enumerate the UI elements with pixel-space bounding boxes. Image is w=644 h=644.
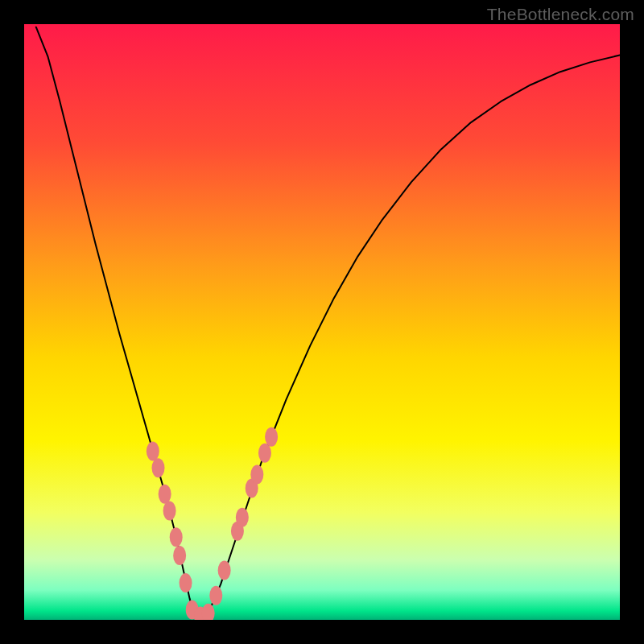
curve-marker	[163, 502, 176, 521]
curve-marker	[250, 464, 263, 484]
chart-frame: TheBottleneck.com	[0, 0, 644, 644]
bottleneck-curve	[24, 24, 620, 620]
curve-marker	[180, 573, 192, 592]
curve-marker	[236, 508, 249, 527]
curve-marker	[152, 458, 165, 477]
curve-marker	[218, 561, 231, 580]
curve-marker	[147, 442, 159, 461]
curve-marker	[173, 546, 186, 565]
curve-marker	[265, 427, 278, 447]
curve-marker	[159, 485, 171, 504]
curve-marker	[170, 527, 183, 547]
curve-marker	[258, 444, 271, 463]
watermark-text: TheBottleneck.com	[487, 5, 634, 24]
curve-marker	[209, 586, 222, 605]
plot-area	[24, 24, 620, 620]
curve-marker	[202, 604, 215, 620]
